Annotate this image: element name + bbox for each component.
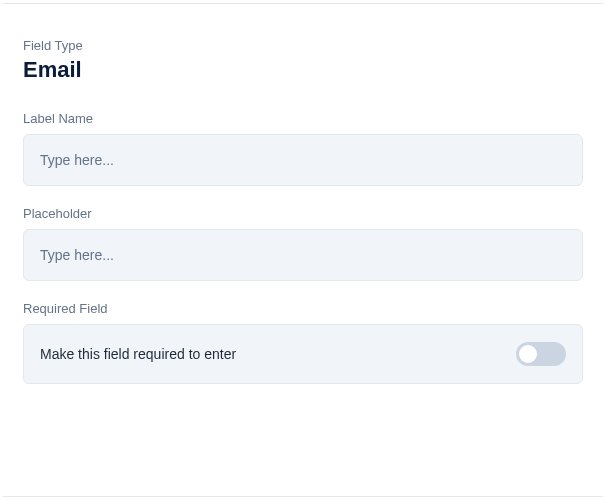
field-type-value: Email xyxy=(23,57,583,83)
required-field-row: Make this field required to enter xyxy=(23,324,583,384)
required-field-toggle[interactable] xyxy=(516,342,566,366)
label-name-section: Label Name xyxy=(23,111,583,186)
placeholder-label: Placeholder xyxy=(23,206,583,221)
label-name-label: Label Name xyxy=(23,111,583,126)
field-type-section: Field Type Email xyxy=(23,38,583,83)
toggle-knob xyxy=(519,345,537,363)
form-settings-panel: Field Type Email Label Name Placeholder … xyxy=(3,3,603,497)
required-field-description: Make this field required to enter xyxy=(40,346,236,362)
required-field-label: Required Field xyxy=(23,301,583,316)
placeholder-section: Placeholder xyxy=(23,206,583,281)
label-name-input[interactable] xyxy=(23,134,583,186)
field-type-label: Field Type xyxy=(23,38,583,53)
required-field-section: Required Field Make this field required … xyxy=(23,301,583,384)
placeholder-input[interactable] xyxy=(23,229,583,281)
